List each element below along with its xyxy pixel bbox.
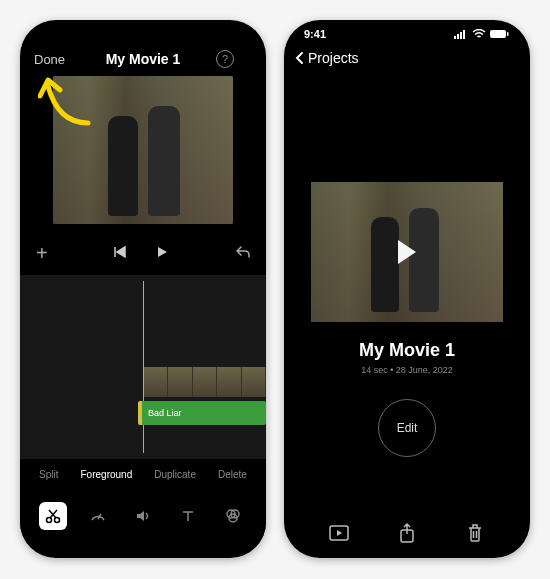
trim-tool[interactable]	[39, 502, 67, 530]
play-icon	[398, 240, 416, 264]
back-button[interactable]: Projects	[284, 44, 530, 72]
speed-tool[interactable]	[84, 502, 112, 530]
edit-button[interactable]: Edit	[378, 399, 436, 457]
help-button[interactable]: ?	[216, 50, 252, 68]
video-clip[interactable]	[144, 367, 266, 397]
playback-controls: +	[20, 224, 266, 271]
play-button[interactable]	[155, 245, 169, 263]
wifi-icon	[472, 29, 486, 39]
editor-screen: Done My Movie 1 ? +	[20, 20, 266, 558]
delete-button[interactable]: Delete	[218, 469, 247, 480]
audio-clip-label: Bad Liar	[148, 408, 182, 418]
text-tool[interactable]	[174, 502, 202, 530]
svg-rect-9	[490, 30, 506, 38]
help-icon: ?	[216, 50, 234, 68]
add-media-button[interactable]: +	[36, 242, 48, 265]
share-button[interactable]	[396, 522, 418, 544]
editor-header: Done My Movie 1 ?	[20, 44, 266, 74]
project-screen: 9:41 Projects My Movie 1 14 sec • 28 Jun…	[284, 20, 530, 558]
status-icons	[454, 29, 510, 39]
filters-tool[interactable]	[219, 502, 247, 530]
status-time: 9:41	[304, 28, 326, 40]
video-preview[interactable]	[53, 76, 233, 224]
toolbar	[20, 490, 266, 546]
foreground-button[interactable]: Foreground	[81, 469, 133, 480]
movie-title: My Movie 1	[70, 51, 216, 67]
chevron-left-icon	[294, 51, 304, 65]
svg-rect-8	[463, 30, 465, 39]
view-button[interactable]	[328, 522, 350, 544]
clip-actions: Split Foreground Duplicate Delete	[20, 459, 266, 490]
skip-start-button[interactable]	[113, 245, 127, 263]
svg-rect-10	[507, 32, 509, 36]
svg-rect-5	[454, 36, 456, 39]
back-label: Projects	[308, 50, 359, 66]
edit-label: Edit	[397, 421, 418, 435]
svg-rect-6	[457, 34, 459, 39]
bottom-actions	[284, 522, 530, 544]
split-button[interactable]: Split	[39, 469, 58, 480]
delete-button[interactable]	[464, 522, 486, 544]
done-button[interactable]: Done	[34, 52, 70, 67]
signal-icon	[454, 29, 468, 39]
svg-rect-7	[460, 32, 462, 39]
undo-button[interactable]	[234, 245, 250, 263]
volume-tool[interactable]	[129, 502, 157, 530]
timeline[interactable]: Bad Liar	[20, 275, 266, 459]
duplicate-button[interactable]: Duplicate	[154, 469, 196, 480]
project-thumbnail[interactable]	[304, 182, 510, 322]
status-bar: 9:41	[284, 20, 530, 44]
battery-icon	[490, 29, 510, 39]
project-title: My Movie 1	[284, 340, 530, 361]
status-bar	[20, 20, 266, 44]
project-meta: 14 sec • 28 June, 2022	[284, 365, 530, 375]
audio-clip[interactable]: Bad Liar	[138, 401, 266, 425]
